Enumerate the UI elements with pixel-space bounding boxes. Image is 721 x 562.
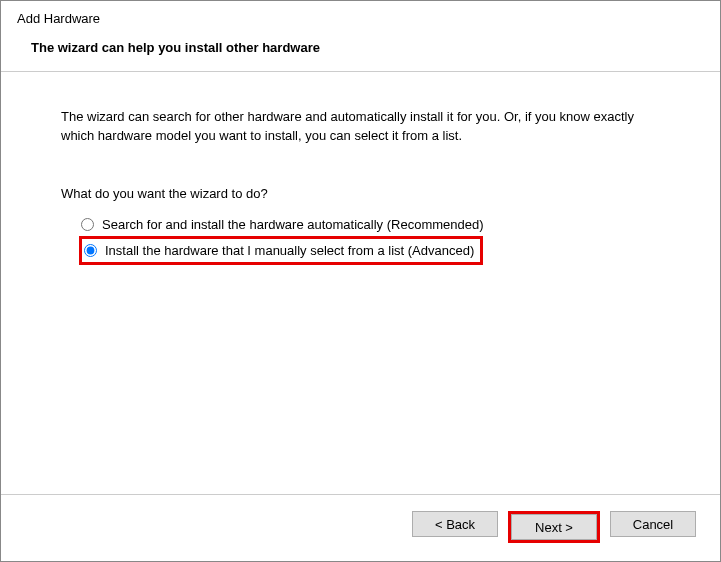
cancel-button[interactable]: Cancel [610,511,696,537]
page-subtitle: The wizard can help you install other ha… [17,40,704,55]
radio-search-auto[interactable] [81,218,94,231]
option-search-auto[interactable]: Search for and install the hardware auto… [79,213,660,236]
wizard-footer: < Back Next > Cancel [1,494,720,561]
wizard-content: The wizard can search for other hardware… [1,72,720,494]
back-button[interactable]: < Back [412,511,498,537]
next-button-highlight: Next > [508,511,600,543]
radio-options: Search for and install the hardware auto… [61,213,660,265]
wizard-header: Add Hardware The wizard can help you ins… [1,1,720,72]
next-button[interactable]: Next > [511,514,597,540]
radio-manual-select[interactable] [84,244,97,257]
option-label-manual-select: Install the hardware that I manually sel… [105,243,474,258]
window-title: Add Hardware [17,11,704,26]
description-text: The wizard can search for other hardware… [61,108,660,146]
option-label-search-auto: Search for and install the hardware auto… [102,217,484,232]
option-manual-select[interactable]: Install the hardware that I manually sel… [79,236,483,265]
prompt-text: What do you want the wizard to do? [61,186,660,201]
